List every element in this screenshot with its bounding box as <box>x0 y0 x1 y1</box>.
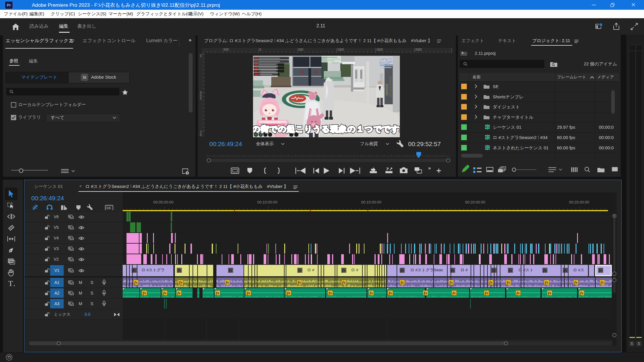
svg-text:fx: fx <box>178 291 181 295</box>
svg-text:ロ #スト: ロ #スト <box>518 268 534 272</box>
svg-text:fx: fx <box>548 291 551 295</box>
svg-text:fx: fx <box>545 280 548 285</box>
svg-text:fx: fx <box>507 280 510 285</box>
svg-text:2000: 2000 <box>415 48 422 51</box>
svg-text:ロ #: ロ # <box>307 268 315 272</box>
svg-text:0: 0 <box>200 54 202 58</box>
svg-text:0: 0 <box>200 133 202 137</box>
svg-text:00:10:00:00: 00:10:00:00 <box>257 200 277 204</box>
svg-text:fx: fx <box>342 280 346 285</box>
svg-text:fx: fx <box>450 280 453 285</box>
svg-text:fx: fx <box>226 280 229 285</box>
svg-text:fx: fx <box>133 268 136 272</box>
svg-text:fx: fx <box>451 268 454 272</box>
svg-text:fx: fx <box>179 280 183 285</box>
svg-text:fx: fx <box>543 268 547 272</box>
svg-text:fx: fx <box>298 280 301 285</box>
svg-text:fx: fx <box>329 291 332 295</box>
svg-text:fx: fx <box>370 291 373 295</box>
svg-text:00:05:00:00: 00:05:00:00 <box>153 200 174 204</box>
svg-text:00:25:00:00: 00:25:00:00 <box>569 200 589 204</box>
svg-text:fx: fx <box>342 268 346 272</box>
svg-text:fx: fx <box>517 291 520 295</box>
svg-text:fx: fx <box>287 291 290 295</box>
svg-text:fx: fx <box>492 268 496 272</box>
svg-text:T: T <box>8 280 13 287</box>
svg-text:fx: fx <box>298 268 302 272</box>
svg-text:0: 0 <box>200 97 202 100</box>
svg-text:ロ #ストグラSeas: ロ #ストグラSeas <box>410 268 443 272</box>
svg-text:fx: fx <box>601 280 604 285</box>
svg-text:fx: fx <box>564 268 567 272</box>
svg-text:fx: fx <box>401 268 404 272</box>
svg-text:fx: fx <box>424 291 427 295</box>
svg-text:fx: fx <box>509 268 512 272</box>
svg-text:STaR: STaR <box>379 57 392 64</box>
svg-text:500: 500 <box>298 48 303 51</box>
svg-text:fx: fx <box>485 291 488 295</box>
svg-text:fx: fx <box>229 268 232 272</box>
svg-text:fx: fx <box>453 291 456 295</box>
svg-text:fx: fx <box>574 280 578 285</box>
svg-text:0: 0 <box>259 48 261 51</box>
svg-text:ロ #: ロ # <box>351 268 359 272</box>
svg-text:»: » <box>428 166 431 171</box>
svg-text:CC: CC <box>106 206 111 210</box>
svg-text:1500: 1500 <box>376 48 383 51</box>
svg-text:ロ #ス: ロ #ス <box>573 268 584 272</box>
svg-text:fx: fx <box>247 291 250 295</box>
svg-text:fx: fx <box>389 291 392 295</box>
svg-text:1000: 1000 <box>337 48 344 51</box>
svg-text:fx: fx <box>163 291 167 295</box>
svg-text:ロ #: ロ # <box>460 268 468 272</box>
svg-text:00:15:00:00: 00:15:00:00 <box>361 200 382 204</box>
svg-text:fx: fx <box>216 291 219 295</box>
svg-text:fx: fx <box>599 268 602 272</box>
svg-text:fx: fx <box>134 280 138 285</box>
svg-text:fx: fx <box>401 280 404 285</box>
svg-text:fx: fx <box>580 291 584 295</box>
svg-text:00:20:00:00: 00:20:00:00 <box>465 200 485 204</box>
svg-text:fx: fx <box>178 268 181 272</box>
svg-text:fx: fx <box>143 291 146 295</box>
svg-text:fx: fx <box>489 280 493 285</box>
svg-text:500: 500 <box>224 48 229 51</box>
svg-text:この街での起こりうる現象の１つでですね: この街での起こりうる現象の１つでですね <box>253 125 400 133</box>
svg-text:ロ #ストグラ: ロ #ストグラ <box>141 268 165 272</box>
svg-text:小花衣 ももみ: 小花衣 ももみ <box>264 121 281 124</box>
